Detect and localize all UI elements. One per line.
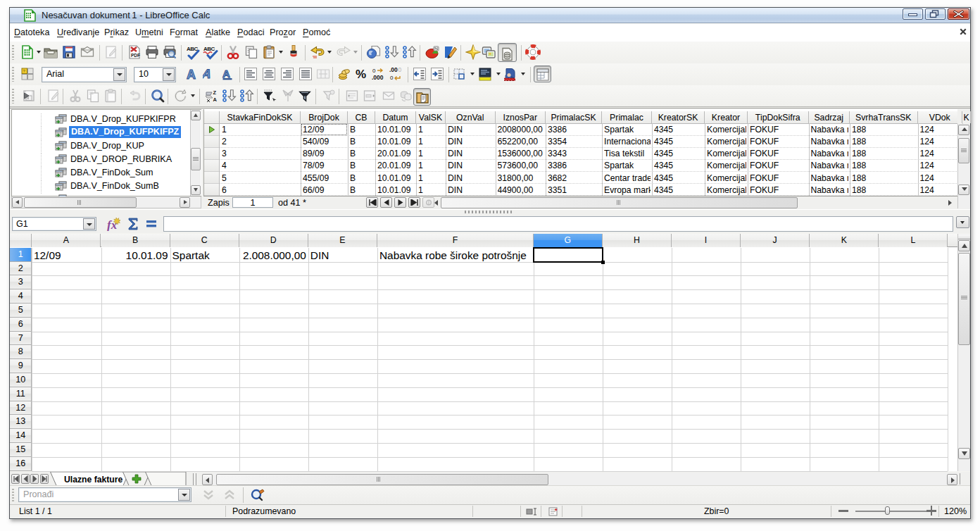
svg-text:A: A — [213, 96, 218, 103]
svg-text:Z: Z — [213, 89, 217, 96]
svg-text:ABC: ABC — [203, 46, 215, 52]
svg-text:0: 0 — [372, 68, 376, 74]
svg-text:ABC: ABC — [187, 46, 199, 52]
svg-text:0: 0 — [390, 75, 394, 81]
svg-text:.00: .00 — [389, 66, 398, 73]
svg-text:*: * — [555, 507, 558, 514]
svg-text:PDF: PDF — [131, 53, 140, 58]
svg-text:A: A — [187, 68, 196, 82]
svg-text:.000: .000 — [372, 74, 384, 81]
svg-text:A: A — [203, 67, 214, 81]
svg-text:0: 0 — [398, 66, 402, 73]
svg-text:A: A — [222, 68, 230, 80]
svg-text:%: % — [356, 68, 366, 81]
